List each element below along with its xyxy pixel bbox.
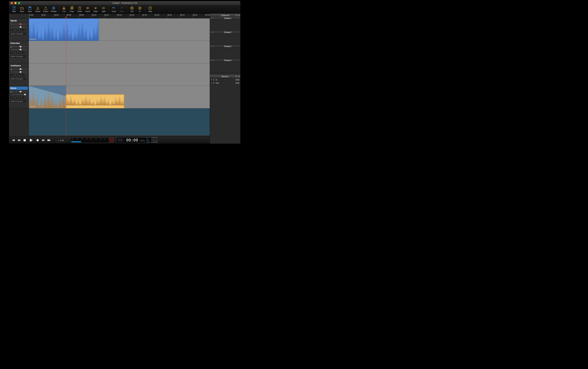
markers-header: Markers ❐✕	[210, 75, 240, 78]
mute-button[interactable]: M	[14, 74, 17, 77]
record-arm-button[interactable]: ●	[10, 96, 13, 99]
record-arm-button[interactable]: ●	[10, 51, 13, 54]
separator	[59, 6, 59, 13]
track-header[interactable]: Music 🔈 ● M S ⎎ Built-in Micropho…▾	[9, 86, 29, 108]
track-gain-slider[interactable]: 🔈	[10, 68, 28, 70]
clear-button[interactable]: Clear	[92, 5, 100, 13]
ruler-tick: 00:26	[193, 14, 197, 16]
audio-clip[interactable]: Speak 6	[29, 18, 99, 41]
clipboard-group-header[interactable]: Alt+3Group 3	[210, 45, 240, 48]
svg-rect-13	[104, 7, 105, 9]
out-button[interactable]: Out	[128, 5, 136, 13]
record-arm-button[interactable]: ●	[10, 74, 13, 77]
mute-button[interactable]: M	[14, 96, 17, 99]
clipboard-groups: Alt+1Group 1Alt+2Group 2Alt+3Group 3Alt+…	[210, 17, 240, 73]
split-button[interactable]: Split	[100, 5, 107, 13]
track-lane[interactable]: Speak 6	[29, 86, 210, 108]
publish-button[interactable]: Publish	[50, 5, 58, 13]
input-select[interactable]: Built-in Micropho…▾	[10, 77, 28, 80]
in-button[interactable]: In	[136, 5, 144, 13]
open-button[interactable]: Open	[18, 5, 26, 13]
in-marker[interactable]	[29, 17, 30, 18]
record-button[interactable]	[35, 138, 40, 143]
clipboard-group-body[interactable]	[210, 62, 240, 73]
solo-button[interactable]: S	[18, 96, 21, 99]
marker-row[interactable]: ▾1In0:00	[210, 78, 240, 81]
ruler-tick: 00:00	[29, 14, 33, 16]
solo-button[interactable]: S	[18, 51, 21, 54]
insert-button[interactable]: Insert	[84, 5, 92, 13]
save-button[interactable]: Save	[26, 5, 34, 13]
track-pan-slider[interactable]	[10, 48, 28, 51]
clipboard-group-body[interactable]	[210, 34, 240, 45]
clipboard-group-header[interactable]: Alt+1Group 1	[210, 17, 240, 20]
rewind-start-button[interactable]	[11, 138, 15, 143]
ruler-tick: 00:22	[167, 14, 172, 16]
panel-pop-icon[interactable]: ❐	[235, 14, 237, 16]
track-lane[interactable]	[29, 63, 210, 86]
export-button[interactable]: Export	[42, 5, 50, 13]
toolbar: New Open Save Import Export Publish Cut …	[9, 5, 240, 14]
track-gain-slider[interactable]: 🔈	[10, 46, 28, 48]
track-lane[interactable]: Speak 6	[29, 18, 210, 41]
rewind-button[interactable]	[17, 138, 21, 143]
time-ruler[interactable]: 00:0000:0200:0400:0600:0800:1000:1200:14…	[29, 14, 210, 18]
marker-row[interactable]: ▾2Out0:05	[210, 81, 240, 85]
import-button[interactable]: Import	[34, 5, 42, 13]
track-gain-slider[interactable]: 🎙	[10, 23, 28, 25]
solo-button[interactable]: S	[18, 29, 21, 32]
stop-button[interactable]	[22, 138, 27, 143]
help-button[interactable]: ?Help	[146, 5, 154, 13]
track-header[interactable]: Interview 🔈 ● M S ⎎ Built-in Micropho…▾	[9, 41, 29, 63]
panel-pop-icon[interactable]: ❐	[235, 75, 237, 78]
record-arm-button[interactable]: ●	[10, 29, 13, 32]
track-gain-slider[interactable]: 🔈	[10, 91, 28, 93]
audio-clip[interactable]	[66, 94, 124, 108]
svg-rect-2	[29, 7, 31, 8]
tracks-container: Speak 6Speak 6	[29, 18, 210, 135]
timecode-display: 00: 00:00 .071 In:0:00.071Out:0:05.940Ti…	[117, 137, 158, 143]
track-lane[interactable]	[29, 41, 210, 63]
track-header[interactable]: Ambience 🔈 ● M S ⎎ Built-in Micropho…▾	[9, 63, 29, 86]
mute-button[interactable]: M	[14, 51, 17, 54]
input-select[interactable]: Built-in Micropho…▾	[10, 55, 28, 58]
fx-button[interactable]: ⎎	[21, 74, 25, 77]
side-panel: Clipboard ❐✕ Alt+1Group 1Alt+2Group 2Alt…	[210, 14, 240, 144]
redo-button[interactable]: Redo	[118, 5, 126, 13]
solo-button[interactable]: S	[18, 74, 21, 77]
input-select[interactable]: Built-in Micropho…▾	[10, 100, 28, 103]
new-button[interactable]: New	[10, 5, 18, 13]
svg-rect-8	[79, 7, 81, 9]
track-pan-slider[interactable]	[10, 71, 28, 73]
copy-button[interactable]: Copy	[68, 5, 76, 13]
timecode-ms: .071	[139, 139, 145, 142]
mute-button[interactable]: M	[14, 29, 17, 32]
panel-close-icon[interactable]: ✕	[238, 14, 240, 16]
track-header[interactable]: Speak 🎙 ● M S ⎎ Built-in Micropho…▾	[9, 18, 29, 41]
clipboard-group-body[interactable]	[210, 20, 240, 31]
panel-close-icon[interactable]: ✕	[238, 75, 240, 78]
cut-button[interactable]: Cut	[60, 5, 68, 13]
input-select[interactable]: Built-in Micropho…▾	[10, 32, 28, 35]
paste-button[interactable]: Paste	[76, 5, 84, 13]
play-button[interactable]	[28, 138, 34, 143]
clipboard-group-header[interactable]: Alt+2Group 2	[210, 31, 240, 34]
clipboard-group-header[interactable]: Alt+4Group 4	[210, 59, 240, 62]
audio-clip[interactable]: Speak 6	[29, 86, 66, 108]
clipboard-group-body[interactable]	[210, 48, 240, 59]
fx-button[interactable]: ⎎	[21, 96, 25, 99]
fx-button[interactable]: ⎎	[21, 29, 25, 32]
track-pan-slider[interactable]	[10, 26, 28, 28]
tracks-viewport[interactable]: 00:0000:0200:0400:0600:0800:1000:1200:14…	[29, 14, 210, 136]
ruler-tick: 00:14	[117, 14, 122, 16]
fx-button[interactable]: ⎎	[21, 51, 25, 54]
track-pan-slider[interactable]	[10, 93, 28, 96]
undo-button[interactable]: Undo	[110, 5, 118, 13]
forward-end-button[interactable]	[47, 138, 52, 143]
clip-label: Speak 6	[30, 38, 36, 40]
out-marker[interactable]	[65, 17, 67, 18]
svg-rect-10	[86, 7, 87, 9]
forward-button[interactable]	[41, 138, 46, 143]
playback-speed[interactable]: ●1.5x	[56, 138, 66, 142]
window-title: Untitled - Hindenburg Trial	[9, 2, 240, 4]
